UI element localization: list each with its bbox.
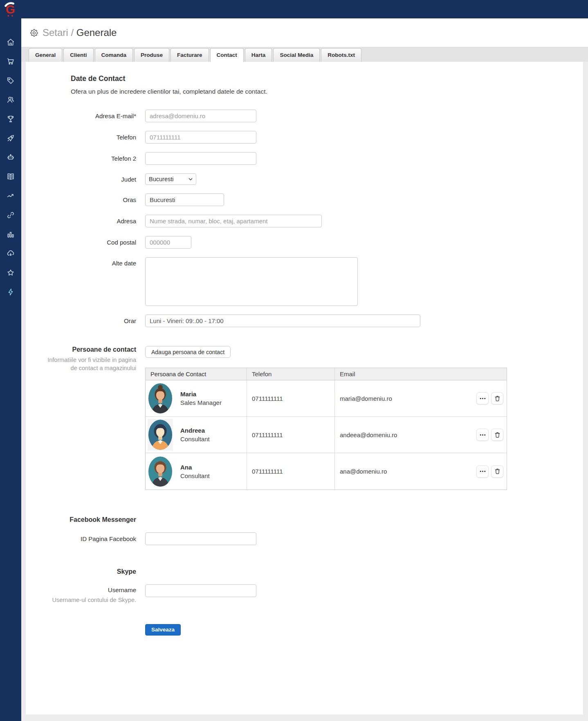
breadcrumb-page: Generale (76, 27, 117, 38)
trash-icon (494, 395, 501, 402)
sidebar-item-home[interactable] (0, 38, 21, 47)
email-label: Adresa E-mail* (45, 112, 136, 119)
sidebar-item-trophy[interactable] (0, 115, 21, 124)
tab-contact[interactable]: Contact (210, 48, 244, 62)
alte-date-field[interactable] (145, 257, 358, 306)
tab-robots[interactable]: Robots.txt (321, 48, 361, 62)
trash-icon (494, 431, 501, 438)
tag-icon (6, 76, 15, 85)
tab-produse[interactable]: Produse (134, 48, 169, 62)
robot-icon (6, 153, 15, 162)
sidebar-item-lightning[interactable] (0, 288, 21, 296)
contacts-table: Persoana de Contact Telefon Email (145, 368, 507, 490)
sidebar-item-robot[interactable] (0, 153, 21, 162)
adresa-field[interactable] (145, 215, 322, 227)
more-actions-button[interactable] (476, 465, 489, 478)
page: G Setari / Generale General Clienti Coma… (0, 0, 588, 721)
breadcrumb-section: Setari (43, 27, 68, 38)
email-field[interactable] (145, 110, 256, 122)
contact-phone: 0711111111 (247, 417, 335, 453)
bar-chart-icon (6, 230, 15, 239)
facebook-id-label: ID Pagina Facebook (45, 535, 136, 542)
users-icon (6, 95, 15, 104)
more-actions-button[interactable] (476, 392, 489, 404)
sidebar-item-star[interactable] (0, 268, 21, 277)
more-actions-button[interactable] (476, 429, 489, 441)
facebook-id-field[interactable] (145, 532, 256, 545)
telefon-field[interactable] (145, 131, 256, 144)
sidebar-item-tag[interactable] (0, 76, 21, 85)
sidebar-item-bar-chart[interactable] (0, 230, 21, 239)
skype-section-title: Skype (117, 568, 136, 575)
contact-name: Maria (180, 391, 222, 398)
ellipsis-icon (480, 398, 486, 400)
contact-phone: 0711111111 (247, 453, 335, 490)
contact-phone: 0711111111 (247, 380, 335, 416)
avatar (148, 456, 173, 487)
avatar (148, 419, 173, 451)
link-icon (6, 211, 15, 220)
sidebar-item-rocket[interactable] (0, 134, 21, 143)
alte-date-label: Alte date (45, 257, 136, 267)
facebook-section-title: Facebook Messenger (70, 516, 136, 523)
save-button[interactable]: Salveaza (145, 624, 181, 636)
delete-button[interactable] (491, 465, 503, 478)
telefon-label: Telefon (45, 134, 136, 141)
delete-button[interactable] (491, 429, 503, 441)
trend-icon (6, 191, 15, 200)
sidebar-item-users[interactable] (0, 95, 21, 104)
judet-select[interactable]: Bucuresti (145, 173, 196, 185)
sidebar: G (0, 0, 21, 721)
contact-name: Andreea (180, 427, 210, 434)
tab-comanda[interactable]: Comanda (95, 48, 133, 62)
sidebar-item-book[interactable] (0, 172, 21, 181)
contact-email: andeea@domeniu.ro (340, 431, 397, 438)
cart-icon (6, 57, 15, 66)
column-telefon: Telefon (247, 368, 335, 380)
cloud-download-icon (6, 249, 15, 258)
avatar (148, 382, 173, 414)
column-persoana: Persoana de Contact (146, 368, 247, 380)
contacts-title: Persoane de contact (45, 346, 136, 353)
contact-email: ana@domeniu.ro (340, 468, 387, 475)
title-bar: Setari / Generale (21, 18, 588, 47)
ellipsis-icon (480, 470, 486, 472)
telefon2-field[interactable] (145, 152, 256, 165)
trash-icon (494, 468, 501, 475)
skype-helper: Username-ul contului de Skype. (45, 596, 136, 604)
tab-clienti[interactable]: Clienti (63, 48, 93, 62)
breadcrumb: Setari / Generale (43, 27, 117, 38)
contact-role: Consultant (180, 472, 210, 479)
delete-button[interactable] (491, 392, 503, 404)
gear-icon (29, 28, 39, 38)
judet-label: Judet (45, 176, 136, 183)
sidebar-item-cloud-download[interactable] (0, 249, 21, 258)
contact-email: maria@domeniu.ro (340, 395, 392, 402)
tab-general[interactable]: General (29, 48, 62, 62)
book-icon (6, 172, 15, 181)
skype-username-field[interactable] (145, 584, 256, 597)
app-logo[interactable]: G (0, 0, 21, 18)
orar-label: Orar (45, 317, 136, 324)
top-bar (0, 0, 588, 18)
tab-facturare[interactable]: Facturare (171, 48, 209, 62)
chevron-down-icon (189, 178, 193, 180)
orar-field[interactable] (145, 314, 420, 327)
lightning-icon (6, 288, 15, 296)
tab-harta[interactable]: Harta (245, 48, 272, 62)
oras-field[interactable] (145, 193, 224, 206)
sidebar-item-cart[interactable] (0, 57, 21, 66)
sidebar-item-link[interactable] (0, 211, 21, 220)
tab-bar: General Clienti Comanda Produse Facturar… (21, 47, 588, 62)
cod-postal-field[interactable] (145, 236, 191, 249)
add-contact-button[interactable]: Adauga persoana de contact (145, 346, 231, 358)
sidebar-nav (0, 18, 21, 296)
table-row: Andreea Consultant 0711111111 andeea@dom… (146, 417, 507, 453)
sidebar-item-trend[interactable] (0, 191, 21, 200)
column-email: Email (335, 371, 507, 377)
table-row: Maria Sales Manager 0711111111 maria@dom… (146, 380, 507, 417)
contact-role: Sales Manager (180, 399, 222, 406)
tab-social-media[interactable]: Social Media (273, 48, 320, 62)
ellipsis-icon (480, 434, 486, 436)
contacts-helper: Informatiile vor fi vizibile in pagina d… (45, 356, 136, 372)
